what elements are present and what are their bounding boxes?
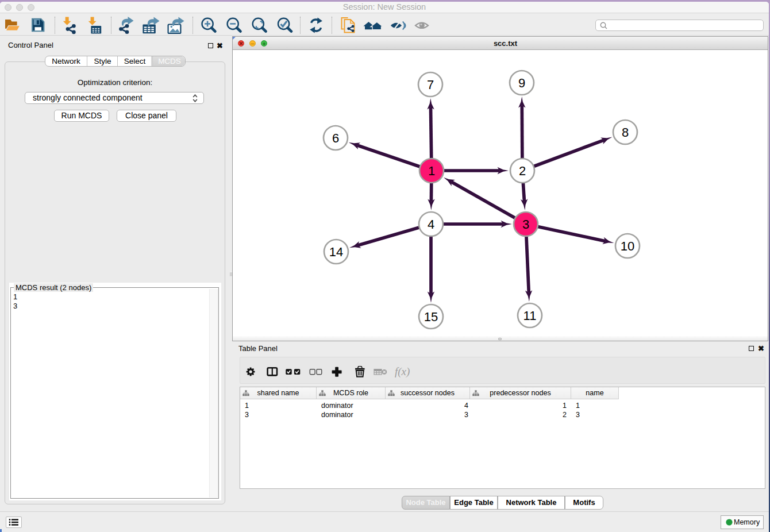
svg-text:15: 15: [424, 310, 438, 324]
svg-text:3: 3: [522, 217, 529, 232]
svg-text:9: 9: [518, 76, 525, 90]
svg-text:1: 1: [428, 164, 435, 178]
svg-text:6: 6: [332, 131, 339, 145]
svg-text:10: 10: [621, 239, 634, 253]
svg-text:8: 8: [622, 125, 629, 140]
svg-text:2: 2: [519, 164, 526, 178]
svg-text:4: 4: [428, 217, 434, 232]
svg-text:11: 11: [523, 309, 537, 323]
svg-text:14: 14: [329, 245, 343, 259]
svg-text:7: 7: [427, 78, 434, 92]
